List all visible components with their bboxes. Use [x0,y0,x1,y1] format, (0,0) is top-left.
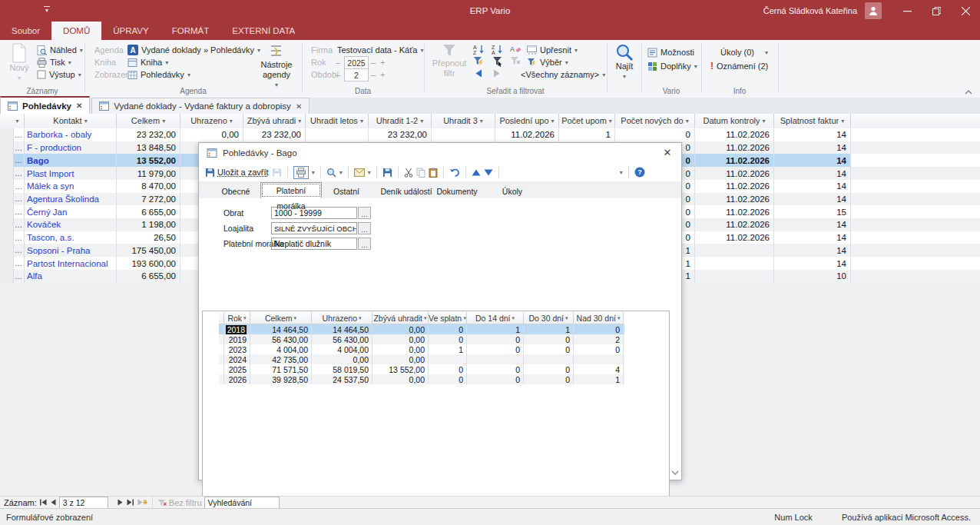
close-tab-icon[interactable]: ✕ [76,101,82,110]
undo-icon[interactable] [449,168,460,177]
obrat-ellipsis-button[interactable]: … [358,207,371,219]
record-selector[interactable] [0,167,14,180]
obdobi-decrement[interactable]: – [336,70,340,79]
table-cell[interactable]: 175 450,00 [117,244,180,257]
subtable-column-header[interactable]: Uhrazeno▾ [312,312,372,324]
subtable-cell[interactable]: 58 019,50 [312,364,372,374]
platebni-moralka-field[interactable]: Neplatič dlužník [271,238,357,250]
column-header[interactable]: Uhradit letos▾ [306,114,369,128]
subtable-cell[interactable]: 0 [429,334,467,344]
obdobi-value[interactable]: 2 [344,68,369,81]
subtable-row[interactable]: 201814 464,5014 464,500,000110 [219,324,624,334]
table-cell[interactable] [306,128,369,141]
print-button[interactable] [293,166,309,179]
table-cell[interactable]: Bago [25,154,117,167]
tab-externi-data[interactable]: EXTERNÍ DATA [220,22,306,40]
doc-tab-pohledavky[interactable]: Pohledávky ✕ [0,96,90,114]
column-header[interactable]: Uhrazeno▾ [180,114,243,128]
table-cell[interactable]: 11.02.2026 [695,205,774,218]
subtable-cell[interactable]: 1 [524,324,574,334]
toggle-filter-button[interactable]: Přepnout filtr [429,43,470,78]
paste-icon[interactable] [429,168,438,178]
subtable-column-header[interactable]: Zbývá uhradit▾ [372,312,429,324]
table-cell[interactable]: 23 232,00 [243,128,306,141]
record-selector[interactable] [0,205,14,218]
rok-plus[interactable]: + [380,58,385,67]
save-and-close-button[interactable]: Uložit a zavřít [205,168,269,178]
subtable-cell[interactable]: 0 [429,374,467,384]
subtable-cell[interactable]: 4 [574,364,624,374]
preview-magnifier-icon[interactable] [326,168,336,178]
previous-record-button[interactable] [50,499,57,506]
subtable-column-header[interactable]: Ve splatnos▾ [429,312,467,324]
subtable-cell[interactable] [467,354,524,364]
record-selector[interactable] [0,270,14,283]
send-icon[interactable] [354,168,365,177]
subtable-cell[interactable]: 0 [524,334,574,344]
vystup-button[interactable]: Výstup▾ [37,68,81,81]
record-selector[interactable] [0,128,14,141]
table-cell[interactable]: 11.02.2026 [695,154,774,167]
detail-button[interactable]: … [14,231,25,244]
subtable-cell[interactable]: 0 [524,374,574,384]
table-cell[interactable]: 11 979,00 [117,167,180,180]
table-cell[interactable]: 0 [615,128,695,141]
table-cell[interactable]: 14 [774,128,851,141]
dialog-close-icon[interactable]: ✕ [661,147,674,158]
subtable-cell[interactable]: 0,00 [372,344,429,354]
table-cell[interactable]: Alfa [25,270,117,283]
preview-dropdown[interactable]: ▾ [339,169,343,176]
subtable-cell[interactable]: 2023 [224,344,250,354]
table-cell[interactable]: Partost Internacional [25,257,117,270]
record-selector[interactable] [0,231,14,244]
subtable-row[interactable]: 202571 571,5058 019,5013 552,000004 [219,364,624,374]
table-cell[interactable]: 23 232,00 [117,128,180,141]
table-cell[interactable]: 13 848,50 [117,141,180,155]
nahled-button[interactable]: Náhled▾ [37,44,83,56]
subtable-cell[interactable]: 0 [467,344,524,354]
record-selector[interactable] [0,218,14,231]
table-cell[interactable]: Barborka - obaly [25,128,117,141]
subtable-cell[interactable]: 0 [524,344,574,354]
tab-domu[interactable]: DOMŮ [51,22,101,40]
subtable-cell[interactable]: 56 430,00 [312,334,372,344]
subtable-cell[interactable]: 1 [467,324,524,334]
table-cell[interactable] [432,128,495,141]
agenda-selector[interactable]: A Vydané doklady » Pohledávky▾ [127,44,260,56]
table-cell[interactable]: 11.02.2026 [495,128,559,141]
print-dropdown[interactable]: ▾ [312,169,315,176]
filter-state[interactable]: Bez filtru [157,498,202,507]
move-down-icon[interactable] [484,169,493,176]
table-cell[interactable]: Málek a syn [25,180,117,193]
table-cell[interactable]: 11.02.2026 [695,128,774,141]
subtable-cell[interactable]: 0 [467,374,524,384]
loajalita-ellipsis-button[interactable]: … [358,222,371,234]
rok-minus[interactable]: – [371,58,376,67]
filter-selection-icon[interactable] [492,56,503,67]
detail-button[interactable]: … [14,257,25,270]
table-cell[interactable]: 8 470,00 [117,180,180,193]
subtable-cell[interactable]: 2018 [224,324,250,334]
subtable-cell[interactable]: 0 [467,334,524,344]
remove-sort-icon[interactable]: A [510,44,521,55]
table-cell[interactable]: 1 [559,128,615,141]
table-row[interactable]: …Barborka - obaly23 232,000,0023 232,002… [0,128,980,141]
tab-ostatni[interactable]: Ostatní [319,184,374,198]
subtable-cell[interactable]: 2025 [224,364,250,374]
table-cell[interactable]: 11.02.2026 [695,231,774,244]
detail-button[interactable]: … [14,128,25,141]
detail-button[interactable]: … [14,244,25,257]
table-cell[interactable]: 1 198,00 [117,218,180,231]
table-cell[interactable]: 14 [774,231,851,244]
sort-ascending-icon[interactable]: AZ [473,44,485,55]
copy-icon[interactable] [416,168,425,178]
table-cell[interactable]: 26,50 [117,231,180,244]
table-cell[interactable]: 11.02.2026 [695,141,774,155]
table-cell[interactable]: 23 232,00 [369,128,432,141]
subtable-cell[interactable]: 0 [574,324,624,334]
record-selector[interactable] [0,257,14,270]
detail-button[interactable]: … [14,141,25,155]
subtable-cell[interactable]: 13 552,00 [372,364,429,374]
subtable-cell[interactable]: 71 571,50 [250,364,312,374]
table-cell[interactable]: 15 [774,205,851,218]
